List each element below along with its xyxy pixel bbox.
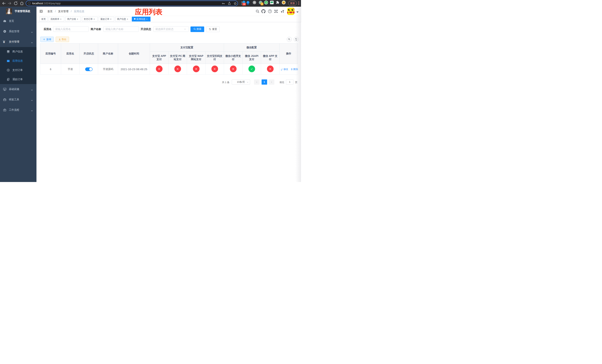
svg-text:¥: ¥ (8, 69, 9, 71)
